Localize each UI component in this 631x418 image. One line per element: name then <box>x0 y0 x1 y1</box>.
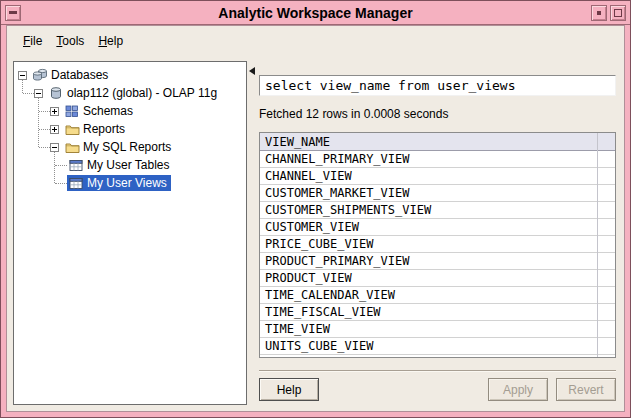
results-table: VIEW_NAME CHANNEL_PRIMARY_VIEW CHANNEL_V… <box>259 132 616 358</box>
table-row[interactable]: CHANNEL_PRIMARY_VIEW <box>260 151 615 168</box>
folder-icon <box>64 140 80 154</box>
window: Analytic Workspace Manager File Tools He… <box>0 0 631 418</box>
maximize-button[interactable] <box>610 5 626 21</box>
database-tree: Databases olap112 (global) - OLAP 11g <box>13 61 247 405</box>
tree-item-label: My User Views <box>87 176 167 190</box>
table-icon <box>68 158 84 172</box>
table-row[interactable]: TIME_FISCAL_VIEW <box>260 304 615 321</box>
table-row[interactable]: PRICE_CUBE_VIEW <box>260 236 615 253</box>
main-area: Databases olap112 (global) - OLAP 11g <box>7 55 624 411</box>
table-row[interactable]: CHANNEL_VIEW <box>260 168 615 185</box>
menu-file[interactable]: File <box>16 31 49 51</box>
revert-button[interactable]: Revert <box>556 378 616 401</box>
expand-toggle-icon[interactable] <box>50 125 59 134</box>
table-row[interactable]: CUSTOMER_SHIPMENTS_VIEW <box>260 202 615 219</box>
table-row[interactable]: TIME_CALENDAR_VIEW <box>260 287 615 304</box>
tree-item-my-sql-reports[interactable]: My SQL Reports <box>14 138 246 156</box>
table-row[interactable]: TIME_VIEW <box>260 321 615 338</box>
collapse-toggle-icon[interactable] <box>18 71 27 80</box>
button-bar: Help Apply Revert <box>259 372 616 405</box>
databases-icon <box>32 68 48 82</box>
tree-item-schemas[interactable]: Schemas <box>14 102 246 120</box>
table-icon <box>68 176 84 190</box>
table-row[interactable]: UNITS_CUBE_VIEW <box>260 338 615 355</box>
table-row[interactable]: PRODUCT_VIEW <box>260 270 615 287</box>
tree-item-my-user-views[interactable]: My User Views <box>14 174 246 192</box>
table-row[interactable]: CUSTOMER_VIEW <box>260 219 615 236</box>
window-title: Analytic Workspace Manager <box>1 5 630 21</box>
sql-query-input[interactable] <box>259 75 616 96</box>
folder-icon <box>64 122 80 136</box>
minimize-icon <box>597 11 601 15</box>
collapse-toggle-icon[interactable] <box>50 143 59 152</box>
splitter-collapse-icon[interactable] <box>249 67 255 75</box>
splitter[interactable] <box>247 61 259 405</box>
menu-tools[interactable]: Tools <box>49 31 91 51</box>
tree-item-label: Reports <box>83 122 125 136</box>
table-row[interactable]: PRODUCT_PRIMARY_VIEW <box>260 253 615 270</box>
sql-report-panel: Fetched 12 rows in 0.0008 seconds VIEW_N… <box>259 61 618 405</box>
tree-item-label: Schemas <box>83 104 133 118</box>
maximize-icon <box>614 9 622 17</box>
apply-button[interactable]: Apply <box>488 378 548 401</box>
help-button[interactable]: Help <box>259 378 319 401</box>
minimize-button[interactable] <box>591 5 607 21</box>
menubar: File Tools Help <box>7 26 624 55</box>
window-menu-button[interactable] <box>5 5 21 21</box>
window-menu-icon <box>9 11 17 14</box>
titlebar[interactable]: Analytic Workspace Manager <box>1 1 630 25</box>
database-icon <box>48 86 64 100</box>
tree-item-label: Databases <box>51 68 108 82</box>
fetch-status-label: Fetched 12 rows in 0.0008 seconds <box>259 107 616 121</box>
tree-item-olap112[interactable]: olap112 (global) - OLAP 11g <box>14 84 246 102</box>
tree-item-label: olap112 (global) - OLAP 11g <box>67 86 217 100</box>
schemas-icon <box>64 104 80 118</box>
tree-item-reports[interactable]: Reports <box>14 120 246 138</box>
tree-item-label: My SQL Reports <box>83 140 171 154</box>
tree-item-label: My User Tables <box>87 158 169 172</box>
table-row[interactable]: CUSTOMER_MARKET_VIEW <box>260 185 615 202</box>
menu-help[interactable]: Help <box>91 31 130 51</box>
column-header-view-name[interactable]: VIEW_NAME <box>260 133 615 151</box>
expand-toggle-icon[interactable] <box>50 107 59 116</box>
column-divider <box>597 133 598 357</box>
collapse-toggle-icon[interactable] <box>34 89 43 98</box>
client-area: File Tools Help <box>6 25 625 412</box>
tree-item-my-user-tables[interactable]: My User Tables <box>14 156 246 174</box>
tree-item-databases[interactable]: Databases <box>14 66 246 84</box>
